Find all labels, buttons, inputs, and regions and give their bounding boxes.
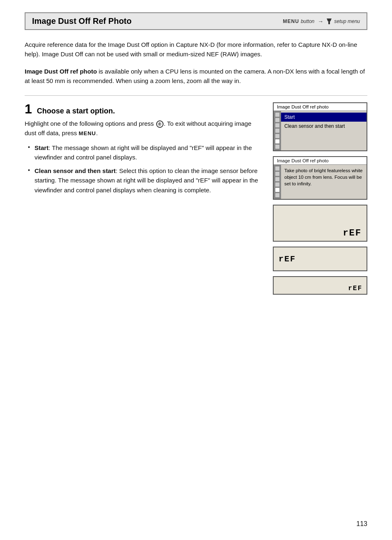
menu-button-text: button bbox=[301, 18, 314, 24]
camera-sidebar-1 bbox=[274, 111, 281, 150]
menu-arrow: → bbox=[318, 18, 323, 25]
camera-menu-1-body: Start Clean sensor and then start bbox=[274, 111, 367, 150]
step-desc-part3: . bbox=[96, 129, 98, 136]
camera-menu-1-title: Image Dust Off ref photo bbox=[274, 103, 367, 111]
camera-menu-items-1: Start Clean sensor and then start bbox=[281, 111, 367, 150]
setup-icon bbox=[327, 18, 332, 24]
bullet-list: Start: The message shown at right will b… bbox=[25, 143, 263, 195]
intro-bold-term: Image Dust Off ref photo bbox=[25, 68, 97, 75]
ok-circle-icon: ® bbox=[156, 120, 164, 128]
page-wrapper: Image Dust Off Ref Photo MENU button → s… bbox=[0, 0, 392, 319]
sidebar2-icon-6 bbox=[275, 193, 279, 197]
step-content: 1 Choose a start option. Highlight one o… bbox=[25, 102, 263, 199]
camera-sidebar-2 bbox=[274, 165, 281, 199]
sidebar-icon-2 bbox=[275, 118, 279, 122]
sidebar-icon-4 bbox=[275, 129, 279, 133]
intro-paragraph2: Image Dust Off ref photo is available on… bbox=[25, 67, 367, 86]
header-box: Image Dust Off Ref Photo MENU button → s… bbox=[25, 12, 367, 30]
sidebar-icon-3 bbox=[275, 123, 279, 127]
sidebar-icon-7 bbox=[275, 145, 279, 149]
svg-marker-1 bbox=[327, 18, 332, 21]
section-divider bbox=[25, 95, 367, 96]
step-number: 1 bbox=[25, 102, 32, 115]
small-display-ref-text: rEF bbox=[348, 285, 362, 292]
bullet-start-text: : The message shown at right will be dis… bbox=[35, 144, 252, 161]
svg-rect-0 bbox=[328, 21, 330, 24]
step-header: 1 Choose a start option. bbox=[25, 102, 263, 115]
viewfinder-ref-text: rEF bbox=[343, 228, 362, 238]
menu-keyword: MENU bbox=[283, 18, 299, 24]
menu-item-start[interactable]: Start bbox=[281, 113, 367, 122]
header-menu: MENU button → setup menu bbox=[283, 18, 360, 25]
bullet-item-clean: Clean sensor and then start: Select this… bbox=[28, 166, 263, 195]
setup-menu-text: setup menu bbox=[334, 18, 360, 24]
control-panel-display: rEF bbox=[273, 247, 367, 271]
step-description: Highlight one of the following options a… bbox=[25, 119, 263, 138]
small-display: rEF bbox=[273, 276, 367, 295]
right-side-panels: Image Dust Off ref photo Start Clean sen… bbox=[273, 102, 367, 295]
menu-inline: MENU bbox=[78, 130, 96, 136]
sidebar2-icon-5 bbox=[275, 188, 279, 192]
sidebar-icon-1 bbox=[275, 113, 279, 117]
control-panel-ref-text: rEF bbox=[279, 254, 296, 264]
sidebar-icon-active bbox=[275, 139, 279, 143]
camera-menu-2: Image Dust Off ref photo Take photo of b… bbox=[273, 156, 367, 200]
intro-paragraph1: Acquire reference data for the Image Dus… bbox=[25, 40, 367, 59]
sidebar2-icon-3 bbox=[275, 177, 279, 181]
sidebar-icon-5 bbox=[275, 134, 279, 138]
camera-menu-2-title: Image Dust Off ref photo bbox=[274, 157, 367, 165]
camera-menu-1: Image Dust Off ref photo Start Clean sen… bbox=[273, 102, 367, 151]
menu-item-clean[interactable]: Clean sensor and then start bbox=[281, 122, 367, 131]
step-desc-part1: Highlight one of the following options a… bbox=[25, 120, 156, 127]
header-title: Image Dust Off Ref Photo bbox=[32, 16, 131, 26]
bullet-item-start: Start: The message shown at right will b… bbox=[28, 143, 263, 162]
page-number: 113 bbox=[356, 520, 367, 528]
bullet-start-bold: Start bbox=[35, 144, 48, 151]
sidebar2-icon-4 bbox=[275, 182, 279, 187]
main-content: 1 Choose a start option. Highlight one o… bbox=[25, 102, 367, 295]
viewfinder-display: rEF bbox=[273, 205, 367, 242]
camera-message-text: Take photo of bright featureless white o… bbox=[281, 165, 367, 199]
bullet-clean-bold: Clean sensor and then start bbox=[35, 167, 116, 174]
sidebar2-icon-1 bbox=[275, 166, 279, 171]
step-title: Choose a start option. bbox=[37, 107, 115, 115]
camera-menu-2-body: Take photo of bright featureless white o… bbox=[274, 165, 367, 199]
sidebar2-icon-2 bbox=[275, 172, 279, 176]
